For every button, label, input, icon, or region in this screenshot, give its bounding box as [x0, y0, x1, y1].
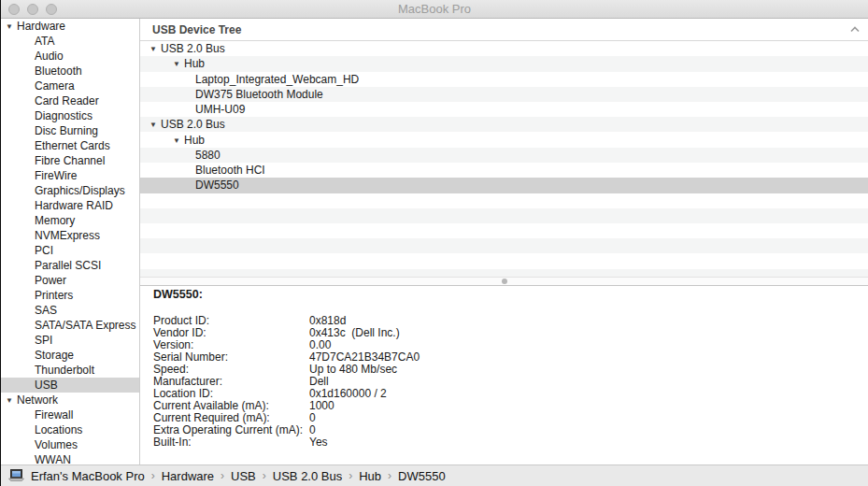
sidebar-item-label: Storage — [35, 349, 74, 362]
detail-row: Serial Number:47D7CA21B34B7CA0 — [153, 351, 868, 364]
detail-row: Version:0.00 — [153, 339, 868, 351]
detail-title: DW5550: — [153, 289, 868, 301]
breadcrumb-item[interactable]: Hub — [359, 469, 381, 483]
sidebar-item[interactable]: ATA — [1, 34, 139, 49]
disclosure-triangle-icon[interactable]: ▼ — [149, 42, 161, 57]
tree-row[interactable]: DW375 Bluetooth Module — [140, 87, 868, 102]
sidebar: ▼Hardware ATA Audio Bluetooth Camera Car… — [1, 19, 140, 465]
tree-row-label: 5880 — [195, 149, 221, 162]
tree-row-label: USB 2.0 Bus — [161, 42, 225, 55]
sidebar-item-label: Parallel SCSI — [35, 259, 101, 272]
sidebar-item[interactable]: Volumes — [1, 437, 139, 452]
sidebar-item-label: Volumes — [35, 438, 78, 451]
tree-row[interactable]: 5880 — [140, 148, 868, 163]
content-area: ▼Hardware ATA Audio Bluetooth Camera Car… — [1, 19, 868, 465]
detail-value: 0 — [309, 423, 316, 436]
breadcrumb-item[interactable]: Erfan's MacBook Pro — [31, 469, 145, 483]
sidebar-item-label: Printers — [35, 289, 73, 302]
sidebar-item[interactable]: NVMExpress — [1, 228, 139, 243]
tree-row[interactable]: ▼Hub — [140, 56, 868, 71]
computer-icon — [8, 469, 25, 482]
breadcrumb-item[interactable]: DW5550 — [398, 469, 446, 483]
sidebar-item[interactable]: Thunderbolt — [1, 363, 139, 378]
sidebar-item[interactable]: Card Reader — [1, 93, 139, 108]
detail-value: 0x413c (Dell Inc.) — [309, 326, 400, 339]
sidebar-item[interactable]: Disc Burning — [1, 123, 139, 138]
disclosure-triangle-icon[interactable]: ▼ — [6, 20, 17, 35]
tree-row[interactable]: DW5550 — [140, 178, 868, 193]
sidebar-item[interactable]: Ethernet Cards — [1, 138, 139, 153]
sidebar-item-label: ATA — [35, 35, 55, 48]
breadcrumb-item[interactable]: USB — [231, 469, 256, 483]
disclosure-triangle-icon[interactable]: ▼ — [173, 57, 184, 72]
tree-header-title: USB Device Tree — [152, 23, 241, 36]
breadcrumb-separator: › — [342, 469, 359, 482]
sidebar-item-label: Bluetooth — [35, 64, 82, 78]
breadcrumb-item[interactable]: Hardware — [162, 469, 214, 483]
tree-row[interactable]: UMH-U09 — [140, 102, 868, 117]
sidebar-item[interactable]: ▼Hardware — [1, 19, 139, 34]
sidebar-item-label: Camera — [35, 79, 75, 93]
sidebar-item[interactable]: WWAN — [1, 452, 139, 465]
sidebar-item[interactable]: Diagnostics — [1, 108, 139, 123]
detail-row: Product ID:0x818d — [153, 315, 868, 327]
tree-row-label: Laptop_Integrated_Webcam_HD — [195, 73, 359, 86]
sidebar-item[interactable]: Camera — [1, 79, 139, 93]
sidebar-item-label: SATA/SATA Express — [35, 319, 135, 332]
sidebar-item[interactable]: Storage — [1, 348, 139, 363]
sidebar-item[interactable]: SAS — [1, 303, 139, 318]
detail-row: Vendor ID:0x413c (Dell Inc.) — [153, 327, 868, 339]
chevron-up-icon[interactable] — [850, 26, 860, 33]
tree-row-label: USB 2.0 Bus — [161, 118, 225, 131]
status-bar: Erfan's MacBook Pro ›Hardware ›USB ›USB … — [1, 465, 868, 486]
detail-value: Up to 480 Mb/sec — [309, 363, 397, 376]
detail-value: 0x1d160000 / 2 — [309, 387, 387, 400]
tree-row-label: Hub — [184, 134, 205, 147]
sidebar-item[interactable]: ▼Network — [1, 393, 139, 407]
sidebar-item[interactable]: Audio — [1, 49, 139, 64]
tree-row[interactable]: Laptop_Integrated_Webcam_HD — [140, 72, 868, 87]
sidebar-item[interactable]: USB — [1, 378, 139, 393]
disclosure-triangle-icon[interactable]: ▼ — [173, 134, 184, 149]
splitter[interactable] — [140, 277, 868, 286]
sidebar-item-label: Fibre Channel — [35, 154, 105, 167]
splitter-handle-icon[interactable] — [502, 279, 507, 284]
sidebar-item-label: Thunderbolt — [35, 364, 94, 377]
breadcrumb-item[interactable]: USB 2.0 Bus — [273, 469, 342, 483]
titlebar: MacBook Pro — [1, 0, 868, 19]
detail-value: 0 — [309, 411, 316, 424]
sidebar-item-label: Memory — [35, 214, 75, 227]
tree-row[interactable]: Bluetooth HCI — [140, 163, 868, 178]
sidebar-item-label: Firewall — [35, 408, 73, 422]
detail-panel: DW5550: Product ID:0x818d Vendor ID:0x41… — [140, 286, 868, 465]
system-information-window: MacBook Pro ▼Hardware ATA Audio Bluetoot… — [0, 0, 868, 486]
sidebar-item[interactable]: Hardware RAID — [1, 198, 139, 213]
sidebar-item[interactable]: PCI — [1, 243, 139, 258]
breadcrumb: Erfan's MacBook Pro ›Hardware ›USB ›USB … — [31, 469, 446, 483]
disclosure-triangle-icon[interactable]: ▼ — [149, 118, 161, 133]
disclosure-triangle-icon[interactable]: ▼ — [6, 393, 17, 408]
sidebar-item[interactable]: FireWire — [1, 168, 139, 183]
detail-table: Product ID:0x818d Vendor ID:0x413c (Dell… — [153, 315, 868, 449]
detail-value: Yes — [309, 436, 328, 449]
tree-row[interactable]: ▼USB 2.0 Bus — [140, 41, 868, 56]
sidebar-item[interactable]: Parallel SCSI — [1, 258, 139, 273]
sidebar-item-label: Disc Burning — [35, 124, 98, 137]
sidebar-item-label: Network — [17, 393, 58, 407]
tree-row[interactable]: ▼Hub — [140, 133, 868, 148]
sidebar-item[interactable]: Graphics/Displays — [1, 183, 139, 198]
sidebar-item[interactable]: Bluetooth — [1, 64, 139, 79]
sidebar-item[interactable]: Memory — [1, 213, 139, 228]
sidebar-item-label: Hardware — [17, 20, 65, 33]
sidebar-item[interactable]: Locations — [1, 422, 139, 437]
sidebar-item[interactable]: Printers — [1, 288, 139, 303]
detail-row: Manufacturer:Dell — [153, 376, 868, 388]
sidebar-item[interactable]: Power — [1, 273, 139, 288]
tree-row[interactable]: ▼USB 2.0 Bus — [140, 117, 868, 132]
sidebar-item-label: Card Reader — [35, 94, 99, 107]
sidebar-item[interactable]: SPI — [1, 333, 139, 348]
sidebar-item[interactable]: Firewall — [1, 407, 139, 422]
sidebar-item-label: Audio — [35, 50, 64, 63]
sidebar-item[interactable]: SATA/SATA Express — [1, 318, 139, 333]
sidebar-item[interactable]: Fibre Channel — [1, 153, 139, 168]
